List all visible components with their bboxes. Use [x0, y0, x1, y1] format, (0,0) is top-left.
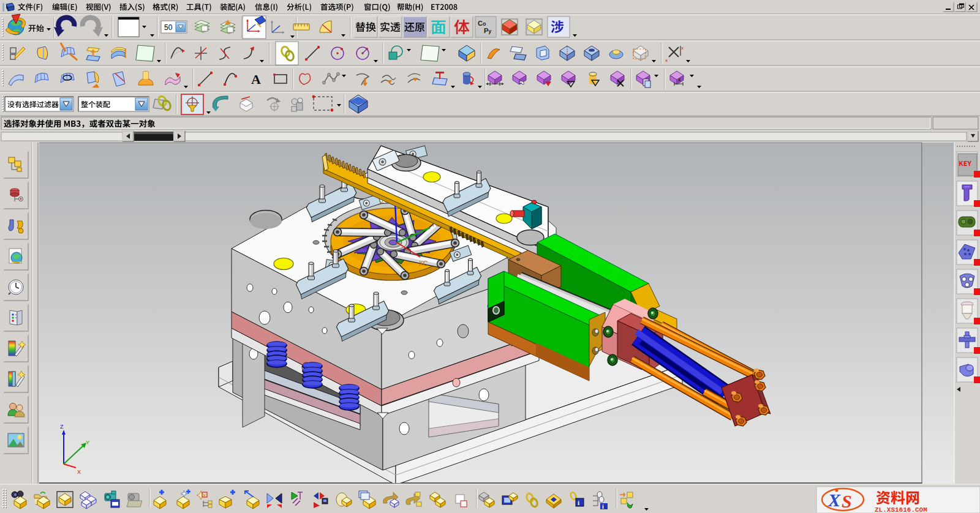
svg-text:X: X — [77, 469, 81, 475]
svg-text:Co: Co — [478, 20, 486, 27]
svg-text:x: x — [665, 58, 668, 63]
svg-text:XC: XC — [419, 260, 428, 267]
svg-text:x: x — [678, 77, 681, 83]
svg-text:S: S — [842, 491, 852, 511]
svg-text:A: A — [251, 72, 261, 87]
svg-text:ZL.XS1616.COM: ZL.XS1616.COM — [875, 506, 927, 513]
svg-text:X: X — [827, 490, 841, 510]
svg-text:Y: Y — [86, 440, 89, 446]
svg-text:50: 50 — [164, 23, 173, 32]
svg-text:Z: Z — [60, 424, 64, 430]
svg-text:i: i — [602, 503, 604, 510]
svg-text:i: i — [578, 499, 579, 506]
svg-text:Py: Py — [484, 27, 491, 34]
svg-text:x: x — [681, 45, 684, 51]
